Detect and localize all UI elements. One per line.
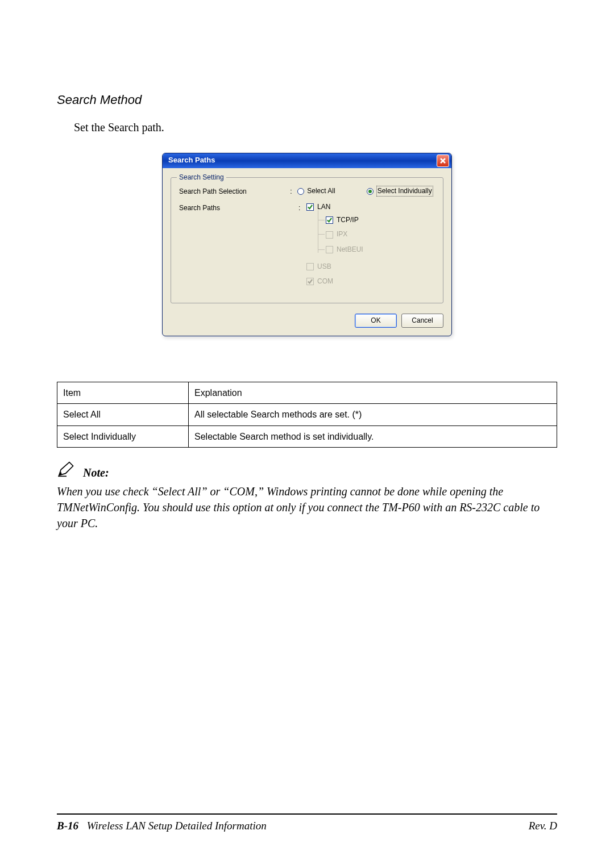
row-path-selection: Search Path Selection : Select All Selec… <box>179 186 435 197</box>
footer-rule <box>57 813 557 815</box>
radio-select-individually-label: Select Individually <box>376 186 433 197</box>
checkbox-com: COM <box>306 277 333 286</box>
radio-select-individually[interactable]: Select Individually <box>367 186 433 197</box>
dialog-title: Search Paths <box>168 155 437 166</box>
radio-icon <box>367 188 374 195</box>
label-search-paths: Search Paths <box>179 202 298 213</box>
search-setting-group: Search Setting Search Path Selection : S… <box>171 177 443 303</box>
checkbox-icon <box>306 278 314 285</box>
checkbox-lan-label: LAN <box>317 202 330 212</box>
group-legend: Search Setting <box>177 173 226 182</box>
colon: : <box>298 202 306 213</box>
checkbox-ipx-label: IPX <box>337 229 347 239</box>
dialog-button-row: OK Cancel <box>171 314 443 328</box>
radio-group: Select All Select Individually <box>297 186 435 197</box>
note-label: Note: <box>83 465 109 481</box>
ok-button[interactable]: OK <box>355 314 397 328</box>
section-body-text: Set the Search path. <box>74 119 557 136</box>
checkbox-lan[interactable]: LAN <box>306 202 330 212</box>
cell-item: Select All <box>57 404 189 425</box>
page-footer: B-16 Wireless LAN Setup Detailed Informa… <box>57 813 557 834</box>
table-header-row: Item Explanation <box>57 382 557 404</box>
cancel-button[interactable]: Cancel <box>401 314 443 328</box>
checkbox-tcpip-label: TCP/IP <box>337 215 359 225</box>
table-row: Select Individually Selectable Search me… <box>57 425 557 447</box>
checkbox-icon <box>326 216 333 224</box>
checkbox-usb-label: USB <box>317 262 331 272</box>
footer-right-text: Rev. D <box>529 818 557 834</box>
footer-left: B-16 Wireless LAN Setup Detailed Informa… <box>57 818 267 834</box>
checkbox-icon <box>306 263 314 270</box>
table-row: Select All All selectable Search methods… <box>57 404 557 425</box>
row-search-paths: Search Paths : LAN <box>179 202 435 291</box>
checkbox-icon <box>326 231 333 239</box>
cell-explanation: Selectable Search method is set individu… <box>189 425 557 447</box>
pencil-icon <box>57 461 76 481</box>
close-button[interactable] <box>437 155 449 167</box>
radio-select-all-label: Select All <box>307 186 335 196</box>
cell-item: Select Individually <box>57 425 189 447</box>
search-paths-dialog: Search Paths Search Setting Search Path … <box>162 153 452 336</box>
dialog-titlebar: Search Paths <box>163 153 451 168</box>
checkbox-usb: USB <box>306 262 331 272</box>
footer-line: B-16 Wireless LAN Setup Detailed Informa… <box>57 818 557 834</box>
checkbox-netbeui: NetBEUI <box>326 245 363 254</box>
radio-icon <box>297 188 304 195</box>
checkbox-ipx: IPX <box>326 229 347 239</box>
page: Search Method Set the Search path. Searc… <box>0 0 614 868</box>
dialog-screenshot: Search Paths Search Setting Search Path … <box>162 153 452 336</box>
colon: : <box>290 186 297 197</box>
close-icon <box>440 158 446 164</box>
col-item: Item <box>57 382 189 404</box>
checkbox-com-label: COM <box>317 277 333 286</box>
footer-left-text: Wireless LAN Setup Detailed Information <box>87 820 267 832</box>
checkbox-netbeui-label: NetBEUI <box>337 245 363 254</box>
label-path-selection: Search Path Selection <box>179 186 290 197</box>
section-heading: Search Method <box>57 91 557 109</box>
cell-explanation: All selectable Search methods are set. (… <box>189 404 557 425</box>
dialog-body: Search Setting Search Path Selection : S… <box>163 168 451 336</box>
radio-select-all[interactable]: Select All <box>297 186 335 196</box>
explanation-table: Item Explanation Select All All selectab… <box>57 382 557 448</box>
checkbox-icon <box>306 203 314 211</box>
note-head: Note: <box>57 461 557 481</box>
page-number: B-16 <box>57 820 78 832</box>
note-block: Note: When you use check “Select All” or… <box>57 461 557 531</box>
col-explanation: Explanation <box>189 382 557 404</box>
checkbox-icon <box>326 246 333 253</box>
search-paths-tree: LAN TCP/IP <box>306 202 363 291</box>
checkbox-tcpip[interactable]: TCP/IP <box>326 215 359 225</box>
note-text: When you use check “Select All” or “COM,… <box>57 483 557 531</box>
